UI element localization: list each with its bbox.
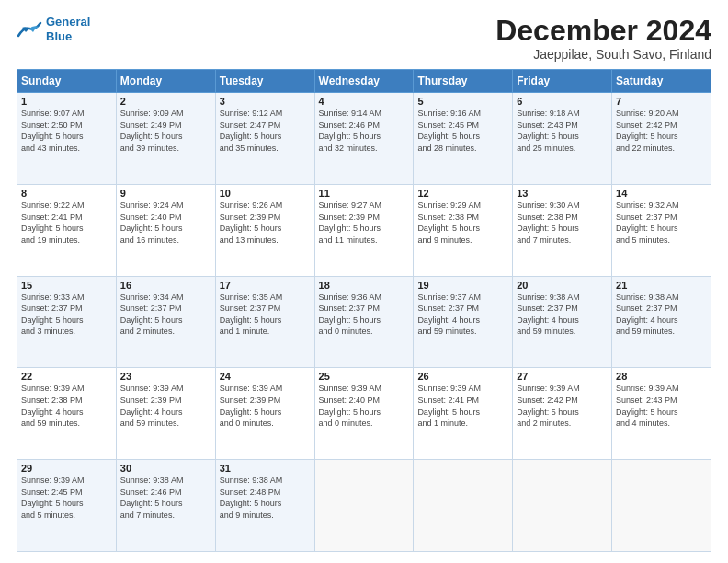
day-number: 8 <box>21 188 112 199</box>
day-cell: 10Sunrise: 9:26 AM Sunset: 2:39 PM Dayli… <box>215 184 314 276</box>
day-number: 15 <box>21 280 112 291</box>
day-cell: 23Sunrise: 9:39 AM Sunset: 2:39 PM Dayli… <box>116 368 215 460</box>
day-cell: 14Sunrise: 9:32 AM Sunset: 2:37 PM Dayli… <box>612 184 711 276</box>
day-number: 19 <box>417 280 508 291</box>
day-cell: 27Sunrise: 9:39 AM Sunset: 2:42 PM Dayli… <box>513 368 612 460</box>
day-info: Sunrise: 9:29 AM Sunset: 2:38 PM Dayligh… <box>417 200 508 246</box>
day-info: Sunrise: 9:14 AM Sunset: 2:46 PM Dayligh… <box>319 108 410 154</box>
day-number: 31 <box>220 463 311 474</box>
day-number: 13 <box>517 188 608 199</box>
day-number: 6 <box>517 96 608 107</box>
day-info: Sunrise: 9:39 AM Sunset: 2:41 PM Dayligh… <box>417 383 508 429</box>
day-cell: 9Sunrise: 9:24 AM Sunset: 2:40 PM Daylig… <box>116 184 215 276</box>
day-cell: 20Sunrise: 9:38 AM Sunset: 2:37 PM Dayli… <box>513 276 612 368</box>
day-cell: 25Sunrise: 9:39 AM Sunset: 2:40 PM Dayli… <box>314 368 414 460</box>
day-cell: 17Sunrise: 9:35 AM Sunset: 2:37 PM Dayli… <box>215 276 314 368</box>
day-cell <box>314 460 414 552</box>
day-info: Sunrise: 9:22 AM Sunset: 2:41 PM Dayligh… <box>21 200 112 246</box>
day-number: 17 <box>220 280 311 291</box>
page-subtitle: Jaeppilae, South Savo, Finland <box>495 47 711 62</box>
day-info: Sunrise: 9:38 AM Sunset: 2:46 PM Dayligh… <box>120 475 211 521</box>
day-info: Sunrise: 9:39 AM Sunset: 2:38 PM Dayligh… <box>21 383 112 429</box>
day-info: Sunrise: 9:33 AM Sunset: 2:37 PM Dayligh… <box>21 292 112 338</box>
day-cell: 22Sunrise: 9:39 AM Sunset: 2:38 PM Dayli… <box>17 368 117 460</box>
day-header-sunday: Sunday <box>17 70 117 93</box>
day-number: 22 <box>21 371 112 382</box>
day-cell: 1Sunrise: 9:07 AM Sunset: 2:50 PM Daylig… <box>17 93 117 185</box>
week-row-4: 22Sunrise: 9:39 AM Sunset: 2:38 PM Dayli… <box>17 368 711 460</box>
day-cell: 4Sunrise: 9:14 AM Sunset: 2:46 PM Daylig… <box>314 93 414 185</box>
logo-text: General Blue <box>46 15 90 43</box>
day-header-monday: Monday <box>116 70 215 93</box>
day-info: Sunrise: 9:24 AM Sunset: 2:40 PM Dayligh… <box>120 200 211 246</box>
day-number: 28 <box>616 371 707 382</box>
day-number: 10 <box>220 188 311 199</box>
day-cell: 30Sunrise: 9:38 AM Sunset: 2:46 PM Dayli… <box>116 460 215 552</box>
day-info: Sunrise: 9:38 AM Sunset: 2:48 PM Dayligh… <box>220 475 311 521</box>
day-info: Sunrise: 9:27 AM Sunset: 2:39 PM Dayligh… <box>319 200 410 246</box>
day-info: Sunrise: 9:12 AM Sunset: 2:47 PM Dayligh… <box>220 108 311 154</box>
day-number: 30 <box>120 463 211 474</box>
day-header-friday: Friday <box>513 70 612 93</box>
day-cell: 6Sunrise: 9:18 AM Sunset: 2:43 PM Daylig… <box>513 93 612 185</box>
week-row-5: 29Sunrise: 9:39 AM Sunset: 2:45 PM Dayli… <box>17 460 711 552</box>
day-number: 11 <box>319 188 410 199</box>
day-header-wednesday: Wednesday <box>314 70 414 93</box>
week-row-2: 8Sunrise: 9:22 AM Sunset: 2:41 PM Daylig… <box>17 184 711 276</box>
day-info: Sunrise: 9:38 AM Sunset: 2:37 PM Dayligh… <box>616 292 707 338</box>
day-number: 1 <box>21 96 112 107</box>
day-info: Sunrise: 9:39 AM Sunset: 2:39 PM Dayligh… <box>120 383 211 429</box>
day-cell: 12Sunrise: 9:29 AM Sunset: 2:38 PM Dayli… <box>414 184 513 276</box>
day-number: 23 <box>120 371 211 382</box>
day-number: 16 <box>120 280 211 291</box>
day-info: Sunrise: 9:39 AM Sunset: 2:45 PM Dayligh… <box>21 475 112 521</box>
day-header-thursday: Thursday <box>414 70 513 93</box>
day-info: Sunrise: 9:34 AM Sunset: 2:37 PM Dayligh… <box>120 292 211 338</box>
day-number: 27 <box>517 371 608 382</box>
day-cell: 21Sunrise: 9:38 AM Sunset: 2:37 PM Dayli… <box>612 276 711 368</box>
day-cell: 31Sunrise: 9:38 AM Sunset: 2:48 PM Dayli… <box>215 460 314 552</box>
header: General Blue December 2024 Jaeppilae, So… <box>17 15 711 62</box>
logo-icon <box>17 19 42 40</box>
day-cell: 8Sunrise: 9:22 AM Sunset: 2:41 PM Daylig… <box>17 184 117 276</box>
day-cell: 19Sunrise: 9:37 AM Sunset: 2:37 PM Dayli… <box>414 276 513 368</box>
day-info: Sunrise: 9:32 AM Sunset: 2:37 PM Dayligh… <box>616 200 707 246</box>
day-cell <box>513 460 612 552</box>
day-cell: 2Sunrise: 9:09 AM Sunset: 2:49 PM Daylig… <box>116 93 215 185</box>
day-number: 14 <box>616 188 707 199</box>
day-number: 29 <box>21 463 112 474</box>
title-block: December 2024 Jaeppilae, South Savo, Fin… <box>495 15 711 62</box>
day-cell: 13Sunrise: 9:30 AM Sunset: 2:38 PM Dayli… <box>513 184 612 276</box>
day-number: 5 <box>417 96 508 107</box>
week-row-1: 1Sunrise: 9:07 AM Sunset: 2:50 PM Daylig… <box>17 93 711 185</box>
day-number: 4 <box>319 96 410 107</box>
day-number: 9 <box>120 188 211 199</box>
day-info: Sunrise: 9:18 AM Sunset: 2:43 PM Dayligh… <box>517 108 608 154</box>
calendar: SundayMondayTuesdayWednesdayThursdayFrid… <box>17 69 711 552</box>
day-info: Sunrise: 9:39 AM Sunset: 2:39 PM Dayligh… <box>220 383 311 429</box>
logo: General Blue <box>17 15 90 43</box>
day-info: Sunrise: 9:39 AM Sunset: 2:40 PM Dayligh… <box>319 383 410 429</box>
day-info: Sunrise: 9:38 AM Sunset: 2:37 PM Dayligh… <box>517 292 608 338</box>
day-number: 25 <box>319 371 410 382</box>
day-number: 12 <box>417 188 508 199</box>
day-info: Sunrise: 9:35 AM Sunset: 2:37 PM Dayligh… <box>220 292 311 338</box>
day-cell <box>612 460 711 552</box>
day-info: Sunrise: 9:09 AM Sunset: 2:49 PM Dayligh… <box>120 108 211 154</box>
day-info: Sunrise: 9:36 AM Sunset: 2:37 PM Dayligh… <box>319 292 410 338</box>
day-cell: 15Sunrise: 9:33 AM Sunset: 2:37 PM Dayli… <box>17 276 117 368</box>
day-header-tuesday: Tuesday <box>215 70 314 93</box>
day-number: 7 <box>616 96 707 107</box>
day-info: Sunrise: 9:37 AM Sunset: 2:37 PM Dayligh… <box>417 292 508 338</box>
day-number: 26 <box>417 371 508 382</box>
day-cell: 28Sunrise: 9:39 AM Sunset: 2:43 PM Dayli… <box>612 368 711 460</box>
day-cell: 29Sunrise: 9:39 AM Sunset: 2:45 PM Dayli… <box>17 460 117 552</box>
day-number: 21 <box>616 280 707 291</box>
day-cell: 26Sunrise: 9:39 AM Sunset: 2:41 PM Dayli… <box>414 368 513 460</box>
day-number: 20 <box>517 280 608 291</box>
day-number: 2 <box>120 96 211 107</box>
day-info: Sunrise: 9:39 AM Sunset: 2:43 PM Dayligh… <box>616 383 707 429</box>
day-cell: 18Sunrise: 9:36 AM Sunset: 2:37 PM Dayli… <box>314 276 414 368</box>
week-row-3: 15Sunrise: 9:33 AM Sunset: 2:37 PM Dayli… <box>17 276 711 368</box>
calendar-header-row: SundayMondayTuesdayWednesdayThursdayFrid… <box>17 70 711 93</box>
